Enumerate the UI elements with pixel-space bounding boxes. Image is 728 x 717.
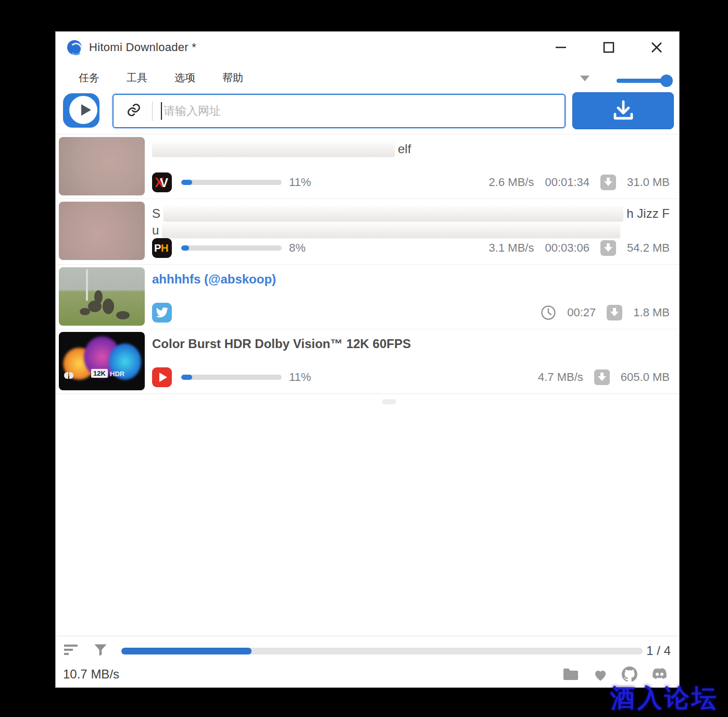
pornhub-icon: P H xyxy=(152,238,172,258)
progress-percent: 8% xyxy=(289,241,306,255)
maximize-button[interactable] xyxy=(600,39,618,56)
status-bar: 1 / 4 10.7 MB/s xyxy=(56,636,679,687)
download-row-pornhub[interactable]: S h Jizz F u P H xyxy=(56,199,679,265)
badge-12k: 12K xyxy=(91,369,108,378)
overall-progress-bar xyxy=(121,648,643,654)
eta: 00:03:06 xyxy=(545,241,589,255)
app-logo-icon xyxy=(67,40,82,55)
url-input-container xyxy=(112,94,566,128)
xvideos-icon: X V xyxy=(152,172,172,192)
slider-knob[interactable] xyxy=(660,75,673,87)
window-title: Hitomi Downloader * xyxy=(89,41,196,54)
progress-bar xyxy=(181,245,282,251)
title-fragment: h Jizz F xyxy=(626,206,670,221)
row-title: Color Burst HDR Dolby Vision™ 12K 60FPS xyxy=(152,336,670,352)
download-status-icon xyxy=(600,175,616,190)
app-window: Hitomi Downloader * 任务 工具 选项 帮助 xyxy=(55,31,680,688)
download-row-twitter[interactable]: ahhhhfs (@abskoop) xyxy=(56,265,679,329)
thumbnail-video[interactable]: 12K HDR xyxy=(59,332,145,390)
chevron-down-icon[interactable] xyxy=(580,76,589,81)
badge-hdr: HDR xyxy=(110,370,124,378)
eta: 00:01:34 xyxy=(545,176,589,189)
row-title-censored-line2: u xyxy=(152,222,670,238)
list-empty-area xyxy=(56,394,679,636)
title-fragment: elf xyxy=(398,141,411,157)
url-row xyxy=(56,92,679,134)
play-icon xyxy=(81,104,91,116)
download-speed: 2.6 MB/s xyxy=(489,176,534,189)
download-status-icon xyxy=(607,305,622,320)
close-button[interactable] xyxy=(648,39,666,56)
youtube-icon xyxy=(152,367,172,387)
zoom-slider[interactable] xyxy=(617,79,672,83)
desktop-background: Hitomi Downloader * 任务 工具 选项 帮助 xyxy=(0,0,728,717)
duration: 00:27 xyxy=(567,306,596,319)
download-button[interactable] xyxy=(572,92,674,129)
thumbnail-censored[interactable] xyxy=(59,137,145,195)
row-title-link[interactable]: ahhhhfs (@abskoop) xyxy=(152,271,670,287)
thumbnail-photo[interactable] xyxy=(59,267,145,326)
file-size: 1.8 MB xyxy=(633,306,670,319)
text-caret xyxy=(161,102,162,120)
link-icon xyxy=(126,102,142,120)
input-divider xyxy=(152,101,153,121)
download-row-youtube[interactable]: 12K HDR Color Burst HDR Dolby Vision™ 12… xyxy=(56,329,679,394)
progress-bar xyxy=(181,375,282,380)
menu-options[interactable]: 选项 xyxy=(174,71,195,85)
twitter-icon xyxy=(152,303,172,323)
title-fragment: S xyxy=(152,206,160,221)
censor-blur xyxy=(164,206,623,221)
file-size: 54.2 MB xyxy=(627,241,670,255)
dolby-logo xyxy=(64,372,73,379)
download-status-icon xyxy=(600,240,616,256)
download-speed: 4.7 MB/s xyxy=(538,370,583,384)
start-all-button[interactable] xyxy=(63,93,99,128)
download-status-icon xyxy=(594,369,610,385)
file-size: 605.0 MB xyxy=(621,370,670,384)
blur-artifact xyxy=(382,399,396,404)
menu-tasks[interactable]: 任务 xyxy=(79,71,99,85)
folder-icon[interactable] xyxy=(562,667,579,681)
download-speed: 3.1 MB/s xyxy=(489,241,534,255)
file-size: 31.0 MB xyxy=(627,176,670,189)
title-fragment: u xyxy=(152,222,159,238)
forum-watermark: 酒入论坛 xyxy=(610,682,719,715)
censor-blur xyxy=(152,141,395,157)
titlebar: Hitomi Downloader * xyxy=(56,32,679,63)
minimize-button[interactable] xyxy=(552,39,570,56)
row-title-censored: elf xyxy=(152,141,670,157)
menubar: 任务 工具 选项 帮助 xyxy=(56,63,679,92)
thumbnail-censored[interactable] xyxy=(59,202,145,260)
progress-percent: 11% xyxy=(289,370,311,384)
censor-blur xyxy=(162,222,620,238)
heart-icon[interactable] xyxy=(593,667,608,682)
clock-icon xyxy=(541,305,556,320)
progress-percent: 11% xyxy=(289,176,311,189)
row-title-censored: S h Jizz F xyxy=(152,206,670,221)
url-input[interactable] xyxy=(164,104,564,118)
queue-counter: 1 / 4 xyxy=(646,644,671,658)
download-list: elf X V 11% 2.6 MB/s 00:01:34 xyxy=(56,134,679,394)
discord-icon[interactable] xyxy=(651,667,669,681)
total-speed: 10.7 MB/s xyxy=(63,667,119,682)
download-row-xvideos[interactable]: elf X V 11% 2.6 MB/s 00:01:34 xyxy=(56,134,679,199)
menu-help[interactable]: 帮助 xyxy=(222,71,243,85)
github-icon[interactable] xyxy=(622,666,637,682)
filter-icon[interactable] xyxy=(93,642,108,659)
menu-tools[interactable]: 工具 xyxy=(127,71,147,85)
sort-icon[interactable] xyxy=(63,643,81,659)
progress-bar xyxy=(181,180,282,185)
